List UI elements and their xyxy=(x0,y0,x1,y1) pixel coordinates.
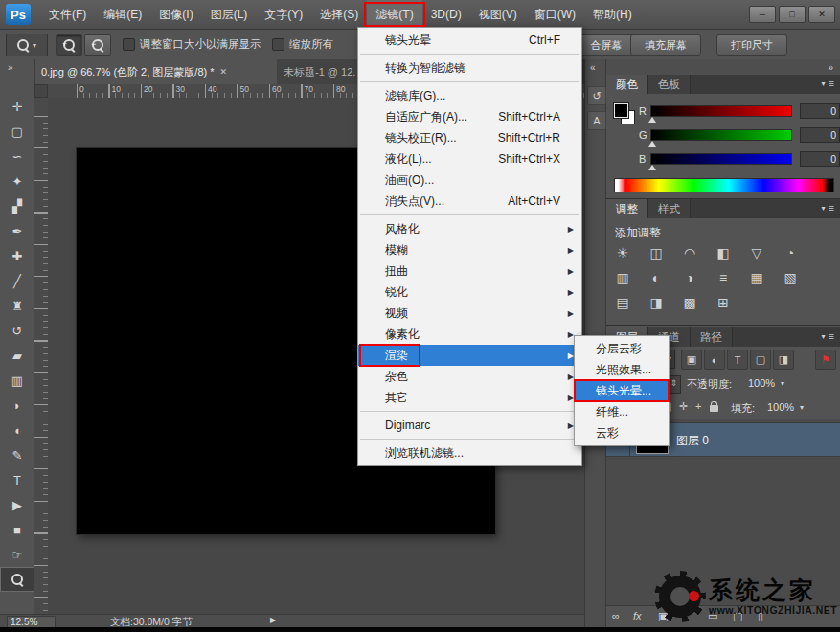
checkbox-icon[interactable] xyxy=(123,38,135,51)
move-tool[interactable]: ✛ xyxy=(0,94,34,119)
spot-healing-brush-tool[interactable]: ✚ xyxy=(0,243,34,268)
hue-saturation-icon[interactable]: ◔ xyxy=(780,243,801,262)
slider-thumb[interactable] xyxy=(648,165,656,170)
expand-dock-icon[interactable]: « xyxy=(590,62,595,73)
type-tool[interactable]: T xyxy=(0,467,34,492)
menu-item-adaptive-wide-angle[interactable]: 自适应广角(A)... Shift+Ctrl+A xyxy=(358,106,581,127)
panel-menu-icon[interactable]: ▾ ≡ xyxy=(822,78,834,89)
rectangular-marquee-tool[interactable]: ▢ xyxy=(0,119,34,144)
menu-item-stylize[interactable]: 风格化 ▶ xyxy=(358,218,581,239)
tab-paths[interactable]: 路径 xyxy=(691,327,733,347)
layer-effects-icon[interactable]: fx xyxy=(633,610,642,621)
tab-swatches[interactable]: 色板 xyxy=(648,75,691,94)
menubar-item-filter[interactable]: 滤镜(T) xyxy=(367,0,421,29)
adjustment-layer-filter-icon[interactable]: ◐ xyxy=(704,350,725,370)
menubar-item-type[interactable]: 文字(Y) xyxy=(256,0,311,29)
menu-item-distort[interactable]: 扭曲 ▶ xyxy=(358,260,581,282)
print-size-button[interactable]: 打印尺寸 xyxy=(716,34,787,56)
status-options-arrow-icon[interactable]: ▶ xyxy=(270,616,276,624)
link-layers-icon[interactable]: ∞ xyxy=(612,610,620,621)
fit-screen-button[interactable]: 合屏幕 xyxy=(577,34,636,56)
tab-styles[interactable]: 样式 xyxy=(648,199,691,218)
type-layer-filter-icon[interactable]: T xyxy=(727,350,748,370)
menu-item-fibers[interactable]: 纤维... xyxy=(575,401,669,422)
menu-item-video[interactable]: 视频 ▶ xyxy=(358,303,581,324)
zoom-in-button[interactable]: + xyxy=(56,34,82,56)
green-channel-value[interactable]: 0 xyxy=(800,127,840,143)
eyedropper-tool[interactable]: ✒ xyxy=(0,218,34,243)
menu-item-browse-filters-online[interactable]: 浏览联机滤镜... xyxy=(358,442,581,463)
collapse-dock-icon[interactable]: » xyxy=(828,62,832,73)
menu-item-noise[interactable]: 杂色 ▶ xyxy=(358,366,581,387)
menu-item-sharpen[interactable]: 锐化 ▶ xyxy=(358,282,581,303)
color-lookup-icon[interactable]: ▦ xyxy=(746,268,767,287)
checkbox-icon[interactable] xyxy=(272,38,284,51)
maximize-button[interactable]: □ xyxy=(779,6,806,23)
lock-position-icon[interactable]: + xyxy=(695,400,701,412)
tab-adjustments[interactable]: 调整 xyxy=(606,199,648,218)
green-channel-slider[interactable] xyxy=(650,129,792,141)
smart-object-filter-icon[interactable]: ◨ xyxy=(773,350,794,370)
curves-icon[interactable]: ◠ xyxy=(679,243,700,262)
pixel-layer-filter-icon[interactable]: ▣ xyxy=(681,350,702,370)
color-balance-icon[interactable]: ▥ xyxy=(612,268,633,287)
shape-layer-filter-icon[interactable]: ▢ xyxy=(750,350,771,370)
menubar-item-window[interactable]: 窗口(W) xyxy=(526,0,584,29)
exposure-icon[interactable]: ◧ xyxy=(713,243,734,262)
menu-item-blur[interactable]: 模糊 ▶ xyxy=(358,239,581,260)
vibrance-icon[interactable]: ▽ xyxy=(746,243,767,262)
gradient-map-icon[interactable]: ▩ xyxy=(679,293,700,312)
fill-screen-button[interactable]: 填充屏幕 xyxy=(630,34,701,56)
resize-windows-checkbox[interactable]: 调整窗口大小以满屏显示 xyxy=(123,37,261,52)
blur-tool[interactable]: ◗ xyxy=(0,393,34,418)
slider-thumb[interactable] xyxy=(648,117,656,123)
brightness-contrast-icon[interactable]: ☀ xyxy=(612,243,633,262)
clone-stamp-tool[interactable]: ♜ xyxy=(0,293,34,318)
slider-thumb[interactable] xyxy=(648,141,656,147)
photo-filter-icon[interactable]: ◑ xyxy=(679,268,700,287)
panel-menu-icon[interactable]: ▾ ≡ xyxy=(822,330,834,342)
tool-preset-dropdown[interactable]: ▾ xyxy=(6,34,48,56)
tab-color[interactable]: 颜色 xyxy=(606,75,648,94)
color-spectrum-ramp[interactable] xyxy=(614,178,834,192)
channel-mixer-icon[interactable]: ≡ xyxy=(713,268,734,287)
pen-tool[interactable]: ✎ xyxy=(0,442,34,467)
close-button[interactable]: ✕ xyxy=(808,6,835,23)
collapse-panel-icon[interactable]: » xyxy=(8,62,12,73)
menu-item-digimarc[interactable]: Digimarc ▶ xyxy=(358,415,581,436)
zoom-tool[interactable] xyxy=(0,567,34,592)
menu-item-pixelate[interactable]: 像素化 ▶ xyxy=(358,324,581,345)
character-panel-icon[interactable]: A xyxy=(587,111,606,130)
lock-pixels-icon[interactable]: ✛ xyxy=(679,400,688,413)
dodge-tool[interactable]: ◖ xyxy=(0,418,34,442)
menu-item-render[interactable]: 渲染 ▶ xyxy=(358,345,581,366)
hand-tool[interactable]: ☞ xyxy=(0,542,34,567)
foreground-color-swatch[interactable] xyxy=(614,103,628,118)
posterize-icon[interactable]: ▤ xyxy=(612,293,633,312)
opacity-value[interactable]: 100% xyxy=(748,377,775,389)
vertical-ruler[interactable] xyxy=(34,98,49,614)
menubar-item-view[interactable]: 视图(V) xyxy=(470,0,526,29)
layer-filter-toggle-icon[interactable]: ⚑ xyxy=(815,350,836,370)
red-channel-value[interactable]: 0 xyxy=(800,103,840,119)
menu-item-clouds[interactable]: 云彩 xyxy=(575,422,669,443)
fill-dropdown-icon[interactable]: ▾ xyxy=(800,403,804,412)
selective-color-icon[interactable]: ⊞ xyxy=(713,293,734,312)
history-panel-icon[interactable]: ↺ xyxy=(587,86,606,105)
threshold-icon[interactable]: ◨ xyxy=(646,293,667,312)
rectangle-tool[interactable]: ■ xyxy=(0,517,34,542)
gradient-tool[interactable]: ▥ xyxy=(0,368,34,393)
menubar-item-layer[interactable]: 图层(L) xyxy=(202,0,257,29)
history-brush-tool[interactable]: ↺ xyxy=(0,318,34,343)
menu-item-liquify[interactable]: 液化(L)... Shift+Ctrl+X xyxy=(358,148,581,169)
menubar-item-select[interactable]: 选择(S) xyxy=(311,0,367,29)
lock-all-icon[interactable] xyxy=(710,405,718,412)
opacity-dropdown-icon[interactable]: ▾ xyxy=(781,379,784,388)
blue-channel-slider[interactable] xyxy=(650,153,792,165)
eraser-tool[interactable]: ▰ xyxy=(0,343,34,368)
minimize-button[interactable]: ─ xyxy=(749,6,776,23)
menubar-item-3d[interactable]: 3D(D) xyxy=(422,0,470,29)
crop-tool[interactable]: ▞ xyxy=(0,193,34,218)
menu-item-oil-paint[interactable]: 油画(O)... xyxy=(358,169,581,191)
invert-icon[interactable]: ▧ xyxy=(780,268,801,287)
